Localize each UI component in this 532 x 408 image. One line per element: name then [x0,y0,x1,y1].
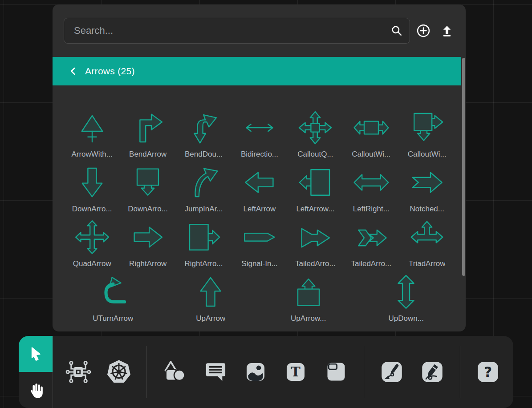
shape-label: UpArrow [196,314,225,323]
shape-item-right-arrow[interactable]: RightArrow [122,218,174,268]
shape-label: QuadArrow [73,259,111,268]
down-arrow [67,163,117,202]
shape-item-callout-down-right-arrow[interactable]: CalloutWi... [401,109,453,159]
shape-item-jump-in-arrow[interactable]: JumpInAr... [178,163,230,214]
shape-label: TriadArrow [409,259,446,268]
shape-label: DownArro... [128,205,168,214]
shape-item-notched-right-arrow[interactable]: Notched... [401,163,453,214]
left-arrow [235,163,284,202]
shape-item-tailed-arrow-notched[interactable]: TailedArro... [345,218,398,268]
jump-in-arrow [179,163,229,202]
right-arrow [123,218,173,256]
right-arrow-callout [179,218,229,256]
shape-item-triad-arrow[interactable]: TriadArrow [401,218,453,268]
arrow-with-stem [67,109,117,147]
basic-shapes-button[interactable] [162,357,187,387]
toolbar-divider [364,346,364,398]
select-tool-button[interactable] [19,336,53,372]
chevron-left-icon [69,66,78,77]
up-down-arrow [381,273,431,311]
shape-label: Notched... [410,205,444,214]
text-tool-button[interactable]: T [283,357,309,387]
pointer-tool-group [19,336,53,408]
shape-item-up-arrow[interactable]: UpArrow [184,273,237,323]
app-window: Arrows (25) ArrowWith...BendArrowBendDou… [0,0,532,408]
shape-label: LeftArrow [244,205,276,214]
up-arrow [186,273,236,311]
shape-label: Bidirectio... [241,150,278,159]
shape-item-up-arrow-callout[interactable]: UpArrow... [282,273,335,323]
callout-left-right-arrow [346,109,396,147]
shape-label: UpArrow... [291,314,326,323]
shape-item-up-down-arrow[interactable]: UpDown... [380,273,432,323]
infrastructure-shapes-button[interactable] [65,357,91,387]
category-header-back[interactable]: Arrows (25) [53,57,461,85]
shape-item-signal-in[interactable]: Signal-In... [233,218,286,268]
pen-scribble-icon [421,360,444,384]
shape-item-bend-arrow[interactable]: BendArrow [122,109,174,159]
comment-tool-button[interactable] [202,357,228,387]
down-arrow-callout [123,163,173,202]
shape-label: UpDown... [389,314,424,323]
text-icon: T [284,360,307,384]
svg-text:?: ? [484,364,492,380]
circuit-icon [65,358,92,386]
bend-arrow [123,109,173,147]
panel-scrollbar[interactable] [462,58,465,276]
shape-grid: ArrowWith...BendArrowBendDou...Bidirecti… [53,85,466,327]
search-icon [391,25,402,36]
kubernetes-icon [105,358,133,386]
shape-item-down-arrow-callout[interactable]: DownArro... [122,163,174,214]
tailed-arrow [290,218,340,256]
shape-item-right-arrow-callout[interactable]: RightArro... [178,218,230,268]
add-library-button[interactable] [414,22,432,40]
left-arrow-callout [290,163,340,202]
category-title: Arrows (25) [85,66,135,77]
shape-library-panel: Arrows (25) ArrowWith...BendArrowBendDou… [53,4,466,331]
svg-text:T: T [291,364,301,380]
shape-item-u-turn-arrow[interactable]: UTurnArrow [87,273,139,323]
image-tool-button[interactable] [243,357,268,387]
connector-pen-tool-button[interactable] [379,357,405,387]
shape-item-bidirectional-arrow[interactable]: Bidirectio... [233,109,286,159]
search-input[interactable] [64,25,391,36]
bend-double-arrow [179,109,229,147]
up-arrow-callout [284,273,333,311]
shapes-icon [162,359,187,385]
shape-label: LeftArrow... [296,205,334,214]
shape-item-bend-double-arrow[interactable]: BendDou... [178,109,230,159]
pan-tool-button[interactable] [19,372,53,408]
shape-item-tailed-arrow[interactable]: TailedArro... [289,218,341,268]
bottom-toolbar: T ? [19,336,513,408]
shape-item-left-right-arrow[interactable]: LeftRight... [345,163,398,214]
shape-label: RightArrow [129,259,167,268]
shape-item-callout-quad-arrow[interactable]: CalloutQ... [289,109,341,159]
upload-library-button[interactable] [438,22,456,40]
kubernetes-shapes-button[interactable] [106,357,132,387]
shape-item-left-arrow[interactable]: LeftArrow [233,163,286,214]
note-tool-button[interactable] [323,357,349,387]
toolbar-divider [146,346,147,398]
shape-item-quad-arrow[interactable]: QuadArrow [66,218,118,268]
shape-label: DownArro... [72,205,112,214]
pen-arrow-icon [380,360,403,384]
u-turn-arrow [88,273,138,311]
shape-label: TailedArro... [351,259,391,268]
shape-item-down-arrow[interactable]: DownArro... [66,163,118,214]
shape-item-arrow-with-stem[interactable]: ArrowWith... [66,109,118,159]
triad-arrow [402,218,452,256]
shape-label: TailedArro... [295,259,336,268]
shape-item-left-arrow-callout[interactable]: LeftArrow... [289,163,341,214]
note-icon [325,360,348,384]
shape-label: JumpInAr... [185,205,223,214]
shape-label: BendArrow [129,150,167,159]
search-box [64,18,410,44]
comment-icon [203,360,227,384]
freehand-pen-tool-button[interactable] [419,357,445,387]
left-right-arrow [346,163,396,202]
shape-label: LeftRight... [353,205,390,214]
shape-label: Signal-In... [241,259,277,268]
help-button[interactable]: ? [475,357,501,387]
shape-item-callout-left-right-arrow[interactable]: CalloutWi... [345,109,398,159]
shape-label: ArrowWith... [71,150,113,159]
